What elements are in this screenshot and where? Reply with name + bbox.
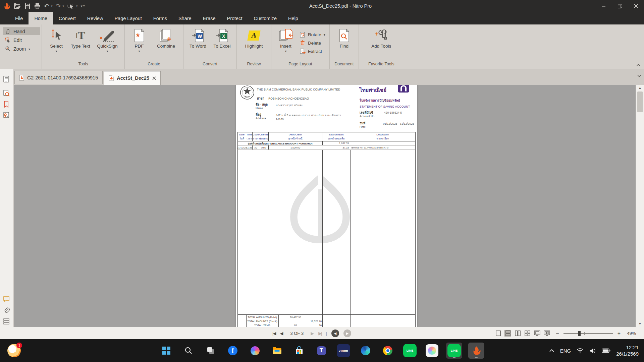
fit-page-view-icon[interactable]	[534, 330, 540, 337]
bookmarks-panel-icon[interactable]	[3, 101, 10, 108]
menu-customize[interactable]: Customize	[248, 12, 282, 24]
windows-taskbar: 1 f T zoom	[0, 339, 644, 362]
to-word-button[interactable]: W To Word	[187, 27, 208, 49]
scrollbar-thumb[interactable]	[637, 92, 643, 112]
name-label-en: Name	[256, 107, 263, 110]
type-text-button[interactable]: IT Type Text	[70, 27, 91, 49]
continuous-view-icon[interactable]	[504, 330, 511, 337]
menu-home[interactable]: Home	[29, 12, 53, 24]
last-page-button[interactable]: ▶|	[318, 331, 321, 336]
clock[interactable]: 12:21 26/1/2569	[616, 344, 639, 357]
next-page-button[interactable]: ▶	[311, 331, 314, 336]
quicksign-button[interactable]: ✕ QuickSign ▾	[94, 27, 120, 53]
two-page-view-icon[interactable]	[514, 330, 521, 337]
facebook-icon[interactable]: f	[225, 343, 241, 359]
search-page-panel-icon[interactable]	[3, 89, 10, 97]
photos-icon[interactable]	[424, 343, 440, 359]
combine-button[interactable]: + Combine	[153, 27, 179, 49]
svg-text:+: +	[375, 30, 379, 37]
single-page-view-icon[interactable]	[495, 330, 501, 337]
vertical-scrollbar[interactable]: ▲ ▼	[636, 85, 644, 327]
to-excel-button[interactable]: X To Excel	[212, 27, 232, 49]
microsoft-store-icon[interactable]	[291, 343, 307, 359]
name-label-th: ชื่อ - สกุล	[256, 102, 268, 107]
doc-tab-2[interactable]: AcctSt_Dec25	[104, 71, 161, 85]
next-view-button[interactable]: ▶	[343, 329, 351, 337]
doc-tab-1[interactable]: G2-2601-01400-1769243689915	[14, 71, 103, 84]
left-panel-strip	[0, 69, 14, 327]
group-label-page-layout: Page Layout	[275, 61, 325, 69]
menu-convert[interactable]: Convert	[53, 12, 82, 24]
task-view-icon[interactable]	[203, 343, 219, 359]
collapse-ribbon-button[interactable]	[636, 64, 641, 67]
copilot-icon[interactable]	[247, 343, 263, 359]
previous-page-button[interactable]: ◀	[280, 331, 283, 336]
menu-review[interactable]: Review	[82, 12, 109, 24]
menu-share[interactable]: Share	[173, 12, 197, 24]
signatures-panel-icon[interactable]	[3, 112, 10, 119]
insert-button[interactable]: Insert ▾	[275, 27, 296, 53]
grid-view-icon[interactable]	[524, 330, 531, 337]
line-running-icon[interactable]: LINE	[446, 343, 462, 359]
fit-width-view-icon[interactable]	[543, 330, 550, 337]
rotate-button[interactable]: Rotate ▾	[300, 32, 325, 38]
zoom-app-icon[interactable]: zoom	[335, 343, 352, 359]
restore-button[interactable]	[612, 0, 628, 12]
start-button[interactable]	[158, 343, 174, 359]
zoom-slider[interactable]	[564, 333, 613, 334]
ribbon-group-tools: Select ▾ IT Type Text ✕ QuickSign ▾ Tool…	[42, 24, 124, 69]
wifi-icon[interactable]	[577, 348, 584, 354]
zoom-tool-button[interactable]: Zoom ▾	[3, 45, 40, 53]
total-debit-value: 20,487.95	[269, 316, 322, 319]
scroll-up-icon[interactable]: ▲	[636, 85, 644, 91]
document-canvas[interactable]: THE SIAM COMMERCIAL BANK PUBLIC COMPANY …	[14, 85, 636, 327]
menu-protect[interactable]: Protect	[221, 12, 248, 24]
first-page-button[interactable]: |◀	[272, 331, 275, 336]
pages-panel-icon[interactable]	[3, 75, 10, 83]
edge-icon[interactable]	[358, 343, 374, 359]
close-button[interactable]	[628, 0, 644, 12]
add-tools-button[interactable]: + Add Tools	[371, 27, 392, 49]
delete-button[interactable]: Delete	[300, 40, 325, 46]
hand-tool-button[interactable]: Hand	[3, 27, 40, 35]
widgets-icon[interactable]: 1	[7, 344, 21, 357]
zoom-slider-handle[interactable]	[578, 331, 581, 336]
delete-icon	[300, 40, 306, 46]
battery-icon[interactable]	[602, 348, 610, 353]
zoom-in-button[interactable]: +	[618, 330, 621, 337]
highlight-button[interactable]: A Highlight	[241, 27, 267, 49]
minimize-button[interactable]	[596, 0, 612, 12]
find-button[interactable]: Find	[334, 27, 355, 49]
menu-help[interactable]: Help	[282, 12, 304, 24]
comments-panel-icon[interactable]	[3, 295, 10, 303]
output-panel-icon[interactable]	[3, 318, 10, 325]
zoom-out-button[interactable]: −	[556, 330, 559, 337]
nitro-running-icon[interactable]	[468, 343, 484, 359]
status-bar: |◀ ◀ 3 OF 3 ▶ ▶| | ◀ ▶ − + 49%	[0, 327, 644, 340]
menu-page-layout[interactable]: Page Layout	[109, 12, 147, 24]
insert-caret-icon: ▾	[285, 50, 286, 53]
edit-tool-button[interactable]: Edit	[3, 36, 40, 44]
select-button[interactable]: Select ▾	[46, 27, 67, 53]
attachments-panel-icon[interactable]	[3, 307, 10, 314]
menu-erase[interactable]: Erase	[197, 12, 221, 24]
pdf-button[interactable]: * PDF ▾	[129, 27, 150, 53]
volume-icon[interactable]	[589, 348, 596, 354]
tray-chevron-icon[interactable]	[549, 349, 554, 352]
select-caret-icon: ▾	[55, 50, 57, 53]
page-indicator: 3 OF 3	[290, 331, 304, 336]
input-language-indicator[interactable]: ENG	[560, 348, 571, 354]
extract-button[interactable]: Extract	[300, 48, 325, 54]
chrome-icon[interactable]	[380, 343, 396, 359]
menu-forms[interactable]: Forms	[148, 12, 173, 24]
close-tab-icon[interactable]	[152, 76, 156, 80]
scroll-down-icon[interactable]: ▼	[636, 321, 644, 327]
menu-file[interactable]: File	[9, 12, 29, 24]
line-icon[interactable]: LINE	[402, 343, 418, 359]
hand-icon	[5, 28, 11, 34]
teams-icon[interactable]: T	[313, 343, 329, 359]
search-icon[interactable]	[180, 343, 197, 359]
previous-view-button[interactable]: ◀	[331, 329, 339, 337]
file-explorer-icon[interactable]	[269, 343, 285, 359]
tab-list-caret[interactable]	[637, 74, 642, 77]
